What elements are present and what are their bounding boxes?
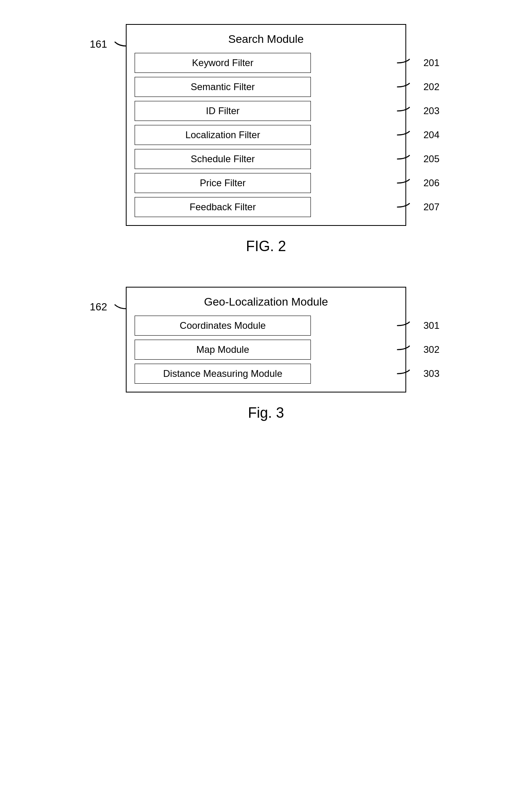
ref-303-label: 303	[423, 368, 439, 379]
fig3-section: 162 Geo-Localization Module Coordinates …	[126, 287, 406, 421]
filter-row-301: Coordinates Module 301	[135, 316, 397, 336]
coordinates-module-box: Coordinates Module	[135, 316, 311, 336]
fig3-caption: Fig. 3	[126, 405, 406, 421]
ref-204-label: 204	[423, 129, 439, 141]
fig2-caption: FIG. 2	[126, 238, 406, 255]
price-filter-box: Price Filter	[135, 173, 311, 193]
feedback-filter-box: Feedback Filter	[135, 197, 311, 217]
fig2-section: 161 Search Module Keyword Filter 201 Sem…	[126, 24, 406, 255]
semantic-filter-box: Semantic Filter	[135, 77, 311, 97]
bracket-205	[395, 152, 423, 166]
ref-162-label: 162	[90, 301, 107, 313]
page-container: 161 Search Module Keyword Filter 201 Sem…	[0, 0, 532, 801]
filter-row-204: Localization Filter 204	[135, 125, 397, 145]
bracket-301	[395, 319, 423, 333]
distance-measuring-module-box: Distance Measuring Module	[135, 364, 311, 384]
ref-207-label: 207	[423, 201, 439, 213]
search-module-box: Search Module Keyword Filter 201 Semanti…	[126, 24, 406, 226]
ref-301-label: 301	[423, 320, 439, 331]
geo-module-title: Geo-Localization Module	[135, 296, 397, 308]
ref-203-label: 203	[423, 105, 439, 117]
map-module-box: Map Module	[135, 340, 311, 360]
ref-161-label: 161	[90, 38, 107, 50]
bracket-204	[395, 128, 423, 142]
filter-row-206: Price Filter 206	[135, 173, 397, 193]
bracket-303	[395, 367, 423, 381]
filter-row-202: Semantic Filter 202	[135, 77, 397, 97]
ref-201-label: 201	[423, 57, 439, 68]
filter-row-302: Map Module 302	[135, 340, 397, 360]
filter-row-303: Distance Measuring Module 303	[135, 364, 397, 384]
filter-row-203: ID Filter 203	[135, 101, 397, 121]
bracket-203	[395, 104, 423, 118]
ref-302-label: 302	[423, 344, 439, 355]
filter-row-201: Keyword Filter 201	[135, 53, 397, 73]
id-filter-box: ID Filter	[135, 101, 311, 121]
ref-161-group: 161	[90, 38, 131, 54]
localization-filter-box: Localization Filter	[135, 125, 311, 145]
bracket-202	[395, 80, 423, 94]
filter-row-207: Feedback Filter 207	[135, 197, 397, 217]
ref-206-label: 206	[423, 177, 439, 189]
ref-162-group: 162	[90, 301, 131, 317]
filter-row-205: Schedule Filter 205	[135, 149, 397, 169]
bracket-302	[395, 343, 423, 357]
bracket-206	[395, 176, 423, 190]
ref-205-label: 205	[423, 153, 439, 165]
bracket-207	[395, 200, 423, 214]
bracket-201	[395, 56, 423, 70]
geo-module-box: Geo-Localization Module Coordinates Modu…	[126, 287, 406, 392]
search-module-title: Search Module	[135, 33, 397, 46]
schedule-filter-box: Schedule Filter	[135, 149, 311, 169]
ref-202-label: 202	[423, 81, 439, 93]
keyword-filter-box: Keyword Filter	[135, 53, 311, 73]
